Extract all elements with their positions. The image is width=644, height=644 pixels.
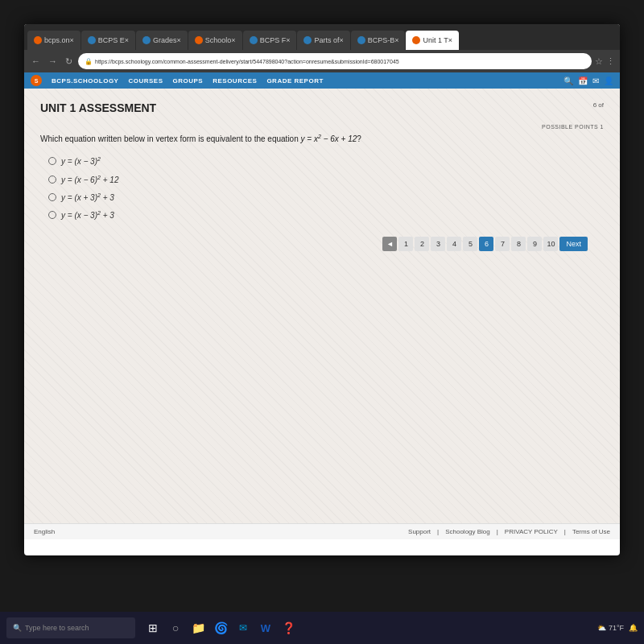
windows-taskbar: 🔍 Type here to search ⊞ ○ 📁 🌀 ✉ W ❓ ⛅ 71…: [0, 612, 644, 644]
nav-right-icons: 🔍 📅 ✉ 👤: [564, 76, 613, 85]
page-6-active[interactable]: 6: [479, 237, 493, 251]
next-button[interactable]: Next: [559, 237, 588, 251]
forward-button[interactable]: →: [46, 56, 60, 66]
search-nav-icon[interactable]: 🔍: [564, 76, 573, 85]
answer-text-4: y = (x − 3)2 + 3: [61, 210, 114, 220]
taskbar-search-text: Type here to search: [25, 624, 89, 632]
footer-terms[interactable]: Terms of Use: [572, 528, 610, 535]
answer-options: y = (x − 3)2 y = (x − 6)2 + 12 y = (x + …: [40, 156, 604, 220]
page-1[interactable]: 1: [398, 237, 413, 251]
answer-option-3[interactable]: y = (x + 3)2 + 3: [48, 192, 604, 202]
answer-option-1[interactable]: y = (x − 3)2: [48, 156, 604, 166]
page-9[interactable]: 9: [527, 237, 542, 251]
page-5[interactable]: 5: [463, 237, 477, 251]
page-4[interactable]: 4: [447, 237, 461, 251]
footer-privacy[interactable]: PRIVACY POLICY: [505, 528, 558, 535]
back-button[interactable]: ←: [29, 56, 43, 66]
nav-courses[interactable]: COURSES: [128, 77, 163, 85]
refresh-button[interactable]: ↻: [63, 56, 75, 67]
tab-3[interactable]: Grades×: [136, 31, 188, 50]
taskbar-icons: ⊞ ○ 📁 🌀 ✉ W ❓: [143, 618, 298, 638]
star-icon[interactable]: ☆: [595, 56, 603, 67]
schoology-navbar: S bcps.schoology COURSES GROUPS RESOURCE…: [24, 72, 620, 89]
windows-button[interactable]: ⊞: [143, 618, 163, 638]
prev-page-button[interactable]: ◄: [382, 237, 397, 251]
tab-8-active[interactable]: Unit 1 T×: [406, 31, 459, 50]
answer-text-1: y = (x − 3)2: [61, 156, 101, 166]
nav-resources[interactable]: RESOURCES: [213, 77, 257, 85]
radio-3[interactable]: [48, 193, 56, 201]
radio-4[interactable]: [48, 211, 56, 219]
content-inner: UNIT 1 ASSESSMENT 6 of POSSIBLE POINTS 1…: [24, 89, 620, 272]
tab-4[interactable]: Schoolo×: [188, 31, 242, 50]
tab-7[interactable]: BCPS-B×: [351, 31, 406, 50]
answer-text-3: y = (x + 3)2 + 3: [61, 192, 114, 202]
answer-option-4[interactable]: y = (x − 3)2 + 3: [48, 210, 604, 220]
page-2[interactable]: 2: [415, 237, 429, 251]
cortana-button[interactable]: ○: [166, 618, 185, 638]
page-title: UNIT 1 ASSESSMENT: [40, 101, 604, 114]
mail-taskbar-icon[interactable]: ✉: [233, 618, 253, 638]
question-header: POSSIBLE POINTS 1: [40, 124, 604, 130]
taskbar-right: ⛅ 71°F 🔔: [597, 624, 638, 632]
answer-text-2: y = (x − 6)2 + 12: [61, 175, 118, 184]
taskbar-search-icon: 🔍: [13, 624, 22, 632]
tab-bar: bcps.on× BCPS E× Grades× Schoolo× BCPS F…: [24, 24, 620, 50]
tab-1[interactable]: bcps.on×: [27, 31, 80, 50]
menu-icon[interactable]: ⋮: [606, 56, 615, 67]
address-bar-row: ← → ↻ 🔒 https://bcps.schoology.com/commo…: [24, 50, 620, 72]
nav-groups[interactable]: GROUPS: [173, 77, 204, 85]
question-text: Which equation written below in vertex f…: [40, 133, 604, 145]
footer-blog[interactable]: Schoology Blog: [445, 528, 490, 535]
browser-window: bcps.on× BCPS E× Grades× Schoolo× BCPS F…: [24, 24, 620, 555]
lock-icon: 🔒: [85, 58, 93, 65]
tab-5[interactable]: BCPS F×: [243, 31, 297, 50]
radio-2[interactable]: [48, 175, 56, 184]
possible-points-label: POSSIBLE POINTS 1: [542, 124, 604, 130]
schoology-logo: S: [31, 75, 42, 86]
page-10[interactable]: 10: [543, 237, 558, 251]
page-8[interactable]: 8: [511, 237, 526, 251]
tab-6[interactable]: Parts of×: [297, 31, 349, 50]
site-name: bcps.schoology: [52, 77, 118, 85]
help-icon[interactable]: ❓: [279, 618, 298, 638]
taskbar-notification[interactable]: 🔔: [629, 624, 638, 632]
pagination: ◄ 1 2 3 4 5 6 7 8 9 10 Next: [40, 221, 604, 259]
user-icon[interactable]: 👤: [604, 76, 613, 85]
browser-chrome: bcps.on× BCPS E× Grades× Schoolo× BCPS F…: [24, 24, 620, 89]
equation-inline: y = x2 − 6x + 12: [301, 134, 357, 143]
site-footer: English Support | Schoology Blog | PRIVA…: [24, 523, 620, 539]
taskbar-weather: ⛅ 71°F: [597, 624, 624, 632]
taskbar-search[interactable]: 🔍 Type here to search: [6, 617, 135, 638]
browser-icons: ☆ ⋮: [595, 56, 615, 67]
tab-2[interactable]: BCPS E×: [81, 31, 135, 50]
footer-language: English: [34, 528, 55, 535]
address-bar[interactable]: 🔒 https://bcps.schoology.com/common-asse…: [78, 53, 592, 69]
answer-option-2[interactable]: y = (x − 6)2 + 12: [48, 175, 604, 184]
page-7[interactable]: 7: [495, 237, 510, 251]
mail-icon[interactable]: ✉: [592, 76, 599, 85]
page-3[interactable]: 3: [431, 237, 445, 251]
page-count: 6 of: [593, 101, 604, 109]
file-explorer-icon[interactable]: 📁: [188, 618, 208, 638]
radio-1[interactable]: [48, 157, 56, 165]
main-content: UNIT 1 ASSESSMENT 6 of POSSIBLE POINTS 1…: [24, 89, 620, 523]
calendar-icon[interactable]: 📅: [578, 76, 588, 85]
edge-icon[interactable]: 🌀: [211, 618, 230, 638]
nav-grade-report[interactable]: GRADE REPORT: [266, 77, 323, 85]
footer-support[interactable]: Support: [408, 528, 431, 535]
footer-links: Support | Schoology Blog | PRIVACY POLIC…: [408, 528, 610, 535]
word-icon[interactable]: W: [256, 618, 275, 638]
